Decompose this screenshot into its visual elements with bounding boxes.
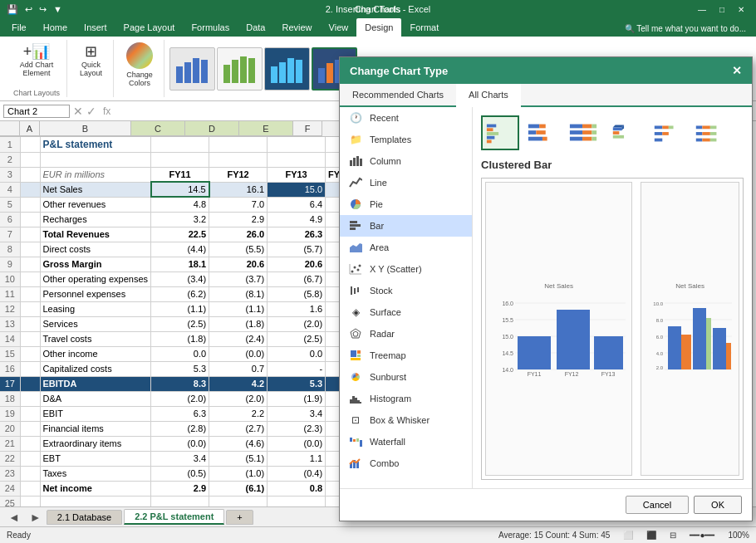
cell[interactable]: D&A [40,391,151,406]
cell[interactable] [151,496,209,506]
cell[interactable]: (5.7) [268,242,326,257]
cell[interactable]: P&L statement [40,137,151,152]
chart-type-templates[interactable]: 📁 Templates [340,129,472,150]
col-header-c[interactable]: C [131,121,185,136]
chart-type-waterfall[interactable]: Waterfall [340,431,472,452]
cell[interactable]: 7.0 [209,197,268,212]
cell[interactable] [326,496,339,506]
chart-subtype-clustered[interactable] [481,115,519,150]
cell[interactable]: Extraordinary items [40,436,151,451]
cell[interactable]: 5.3 [268,376,326,391]
cell[interactable] [326,182,339,197]
cell[interactable]: (0.0) [209,346,268,361]
cell[interactable] [326,451,339,466]
customize-icon[interactable]: ▼ [53,4,62,14]
cell[interactable]: 0.7 [209,361,268,376]
cell[interactable] [268,496,326,506]
cell[interactable] [20,212,40,227]
cell[interactable]: (0.0) [151,436,209,451]
chart-style-1[interactable] [169,47,215,90]
cell[interactable]: (5.5) [209,242,268,257]
view-page[interactable]: ⊟ [670,531,676,540]
tab-insert[interactable]: Insert [76,18,115,37]
cell[interactable] [326,316,339,331]
cell[interactable]: 15.0 [268,182,326,197]
cell[interactable]: 4.8 [151,197,209,212]
chart-type-xy[interactable]: X Y (Scatter) [340,258,472,280]
add-chart-element-btn[interactable]: +📊 Add ChartElement [16,40,58,80]
view-layout[interactable]: ⬛ [646,531,656,540]
cell[interactable] [20,286,40,301]
cell[interactable]: (1.1) [209,301,268,316]
redo-icon[interactable]: ↪ [39,4,47,15]
dialog-close-btn[interactable]: ✕ [732,64,742,77]
cell[interactable]: EBT [40,451,151,466]
cell[interactable] [20,227,40,242]
cell[interactable] [20,361,40,376]
cell[interactable] [326,481,339,496]
cell[interactable]: (6.1) [209,481,268,496]
cell[interactable]: 20.6 [268,257,326,272]
dialog-ok-btn[interactable]: OK [694,496,742,514]
change-colors-btn[interactable]: ChangeColors [122,40,157,90]
help-btn[interactable]: 🔍 Tell me what you want to do... [618,21,753,37]
cell[interactable]: 1.6 [268,301,326,316]
cell[interactable]: 16.1 [209,182,268,197]
cell[interactable]: 6.3 [151,406,209,421]
cell[interactable] [268,137,326,152]
cell[interactable]: (2.7) [209,421,268,436]
cell[interactable]: Other operating expenses [40,272,151,286]
cell[interactable]: (6.2) [151,286,209,301]
cell[interactable]: 1.1 [268,451,326,466]
cell[interactable]: (5.8) [268,286,326,301]
cell[interactable]: (2.3) [268,421,326,436]
cell[interactable]: FY1 [326,167,339,182]
cell[interactable]: (2.5) [268,331,326,346]
cell[interactable]: EBITDA [40,376,151,391]
close-btn[interactable]: ✕ [733,5,749,14]
cell[interactable] [20,152,40,167]
cell[interactable]: (0.0) [268,436,326,451]
cell[interactable]: (0.4) [268,466,326,481]
cell[interactable]: 20.6 [209,257,268,272]
cell[interactable]: (2.0) [209,391,268,406]
cell[interactable]: 0.0 [268,346,326,361]
cell[interactable] [326,331,339,346]
tab-formulas[interactable]: Formulas [183,18,238,37]
col-header-a[interactable]: A [20,121,40,136]
chart-subtype-100stacked[interactable] [564,115,602,150]
tab-home[interactable]: Home [35,18,76,37]
cell[interactable]: (0.5) [151,466,209,481]
cell[interactable] [326,421,339,436]
cell[interactable] [268,152,326,167]
cell[interactable]: (2.0) [268,316,326,331]
cell[interactable]: 26.0 [209,227,268,242]
chart-type-surface[interactable]: ◈ Surface [340,301,472,323]
cell[interactable] [20,496,40,506]
tab-view[interactable]: View [321,18,357,37]
cell[interactable]: 3.4 [268,406,326,421]
cell[interactable] [326,272,339,286]
cell[interactable]: 2.9 [209,212,268,227]
cell[interactable] [20,137,40,152]
cell[interactable]: (1.9) [268,391,326,406]
tab-design[interactable]: Design [356,18,401,37]
cell[interactable]: 2.9 [151,481,209,496]
cell[interactable]: (2.0) [151,391,209,406]
cell[interactable]: - [268,361,326,376]
chart-style-2[interactable] [217,47,263,90]
chart-type-bar[interactable]: Bar [340,215,472,237]
cell[interactable] [20,466,40,481]
cell[interactable]: (4.6) [209,436,268,451]
cell[interactable] [326,436,339,451]
cell[interactable]: EUR in millions [40,167,151,182]
view-normal[interactable]: ⬜ [623,531,633,540]
cell[interactable] [20,436,40,451]
chart-subtype-3d-stacked[interactable] [647,115,685,150]
cell[interactable] [20,421,40,436]
col-header-d[interactable]: D [185,121,239,136]
cell[interactable]: 26.3 [268,227,326,242]
sheet-tab-add[interactable]: + [226,510,253,525]
cell[interactable] [40,152,151,167]
cell[interactable] [20,197,40,212]
